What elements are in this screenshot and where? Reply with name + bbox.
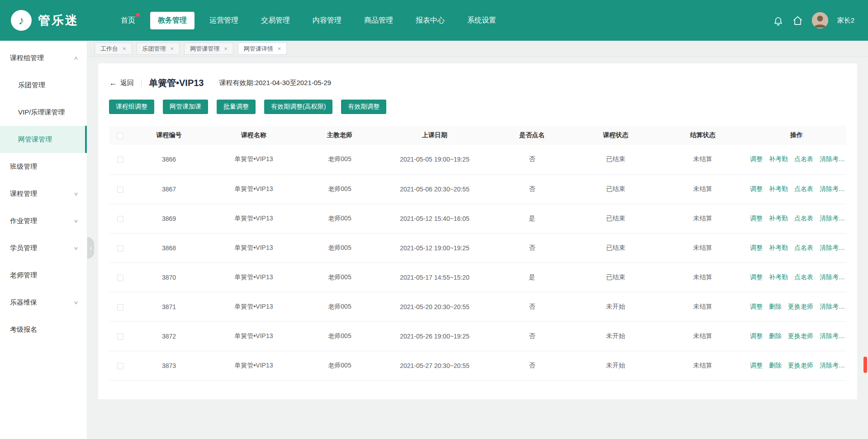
- row-checkbox[interactable]: [117, 157, 123, 163]
- sidebar-item[interactable]: 课程管理∨: [0, 180, 87, 207]
- row-action-link[interactable]: 调整: [750, 303, 763, 310]
- avatar[interactable]: [812, 12, 828, 29]
- row-checkbox[interactable]: [117, 363, 123, 369]
- row-checkbox[interactable]: [117, 304, 123, 310]
- action-button[interactable]: 有效期调整(高权限): [264, 100, 332, 114]
- nav-item[interactable]: 系统设置: [460, 12, 504, 29]
- select-all-checkbox[interactable]: [117, 133, 123, 139]
- row-action-link[interactable]: 清除考勤: [820, 215, 845, 222]
- view-tab[interactable]: 网管课管理×: [184, 43, 233, 55]
- close-icon[interactable]: ×: [171, 46, 174, 52]
- row-checkbox[interactable]: [117, 275, 123, 281]
- row-action-link[interactable]: 清除考勤: [820, 185, 845, 192]
- row-action-link[interactable]: 调整: [750, 244, 763, 251]
- row-checkbox[interactable]: [117, 245, 123, 252]
- column-header: 课程编号: [132, 126, 206, 145]
- row-action-link[interactable]: 调整: [750, 332, 763, 339]
- action-button-row: 课程组调整网管课加课批量调整有效期调整(高权限)有效期调整: [109, 100, 846, 114]
- chevron-up-icon: ∧: [73, 55, 78, 61]
- chevron-down-icon: ∨: [73, 218, 78, 224]
- row-checkbox[interactable]: [117, 334, 123, 340]
- sidebar-item[interactable]: 作业管理∨: [0, 207, 87, 234]
- row-action-link[interactable]: 删除: [769, 332, 782, 339]
- nav-item[interactable]: 运营管理: [202, 12, 246, 29]
- row-action-link[interactable]: 清除考勤: [820, 362, 845, 369]
- sidebar-item[interactable]: 考级报名: [0, 316, 87, 343]
- cell-roll-call: 否: [491, 321, 573, 351]
- view-tab[interactable]: 乐团管理×: [137, 43, 180, 55]
- row-action-link[interactable]: 调整: [750, 273, 763, 281]
- nav-item[interactable]: 商品管理: [356, 12, 401, 29]
- sidebar-group-header[interactable]: 课程组管理∧: [0, 44, 87, 72]
- bell-icon[interactable]: [773, 15, 783, 26]
- cell-settle-status: 未结算: [659, 351, 747, 380]
- row-action-link[interactable]: 点名表: [794, 215, 813, 222]
- detail-card: ← 返回 单簧管•VIP13 课程有效期:2021-04-30至2021-05-…: [98, 63, 857, 399]
- row-action-link[interactable]: 更换老师: [788, 303, 813, 310]
- home-icon[interactable]: [792, 15, 803, 26]
- row-action-link[interactable]: 调整: [750, 215, 763, 222]
- back-label: 返回: [120, 79, 134, 87]
- sidebar-item[interactable]: 老师管理: [0, 262, 87, 289]
- row-action-link[interactable]: 补考勤: [769, 244, 788, 251]
- row-action-link[interactable]: 删除: [769, 362, 782, 369]
- action-button[interactable]: 批量调整: [217, 100, 256, 114]
- cell-teacher: 老师005: [301, 233, 378, 262]
- sidebar-item[interactable]: 乐器维保∨: [0, 289, 87, 316]
- row-action-link[interactable]: 删除: [769, 303, 782, 310]
- row-checkbox[interactable]: [117, 216, 123, 222]
- row-action-link[interactable]: 补考勤: [769, 215, 788, 222]
- close-icon[interactable]: ×: [278, 46, 281, 52]
- logo-icon: ♪: [11, 10, 32, 31]
- nav-item[interactable]: 教务管理: [150, 12, 194, 29]
- nav-item[interactable]: 报表中心: [408, 12, 452, 29]
- row-action-link[interactable]: 清除考勤: [820, 332, 845, 339]
- row-action-link[interactable]: 补考勤: [769, 273, 788, 281]
- row-actions-cell: 调整补考勤点名表清除考勤: [747, 204, 846, 233]
- row-action-link[interactable]: 调整: [750, 185, 763, 192]
- row-checkbox[interactable]: [117, 186, 123, 193]
- row-action-link[interactable]: 点名表: [794, 273, 813, 281]
- row-actions-cell: 调整补考勤点名表清除考勤: [747, 174, 846, 204]
- column-header: 课程状态: [573, 126, 659, 145]
- sidebar-subitem[interactable]: 乐团管理: [0, 72, 87, 99]
- sidebar-subitem[interactable]: VIP/乐理课管理: [0, 99, 87, 126]
- nav-item[interactable]: 首页: [113, 12, 143, 29]
- row-action-link[interactable]: 调整: [750, 362, 763, 369]
- row-action-link[interactable]: 点名表: [794, 244, 813, 251]
- row-action-link[interactable]: 点名表: [794, 185, 813, 192]
- page-scrollbar-thumb[interactable]: [863, 357, 867, 373]
- back-button[interactable]: ← 返回: [109, 79, 134, 87]
- row-action-link[interactable]: 点名表: [794, 155, 813, 162]
- row-action-link[interactable]: 清除考勤: [820, 273, 845, 281]
- view-tab[interactable]: 网管课详情×: [238, 43, 287, 55]
- current-user-name[interactable]: 家长2: [837, 16, 854, 25]
- action-button[interactable]: 有效期调整: [341, 100, 386, 114]
- row-action-link[interactable]: 更换老师: [788, 332, 813, 339]
- row-action-link[interactable]: 清除考勤: [820, 303, 845, 310]
- close-icon[interactable]: ×: [224, 46, 228, 52]
- row-action-link[interactable]: 调整: [750, 155, 763, 162]
- sidebar-item[interactable]: 学员管理∨: [0, 234, 87, 262]
- cell-date: 2021-05-20 20:30~20:55: [378, 292, 491, 321]
- cell-course-status: 已结束: [573, 262, 659, 292]
- action-button[interactable]: 课程组调整: [109, 100, 154, 114]
- row-action-link[interactable]: 清除考勤: [820, 155, 845, 162]
- sidebar-subitem[interactable]: 网管课管理: [0, 126, 87, 153]
- nav-item[interactable]: 交易管理: [253, 12, 298, 29]
- row-action-link[interactable]: 补考勤: [769, 155, 788, 162]
- sidebar-item[interactable]: 班级管理: [0, 153, 87, 180]
- sidebar-collapse-handle[interactable]: ‹: [87, 237, 94, 259]
- row-action-link[interactable]: 更换老师: [788, 362, 813, 369]
- view-tabs-bar: 工作台×乐团管理×网管课管理×网管课详情×: [87, 41, 868, 57]
- nav-item[interactable]: 内容管理: [305, 12, 349, 29]
- row-actions-cell: 调整删除更换老师清除考勤: [747, 351, 846, 380]
- view-tab[interactable]: 工作台×: [95, 43, 132, 55]
- logo[interactable]: ♪ 管乐迷: [11, 10, 101, 31]
- action-button[interactable]: 网管课加课: [163, 100, 208, 114]
- cell-course-no: 3870: [132, 262, 206, 292]
- row-action-link[interactable]: 补考勤: [769, 185, 788, 192]
- row-action-link[interactable]: 清除考勤: [820, 244, 845, 251]
- close-icon[interactable]: ×: [123, 46, 126, 52]
- cell-course-name: 单簧管•VIP13: [206, 174, 301, 204]
